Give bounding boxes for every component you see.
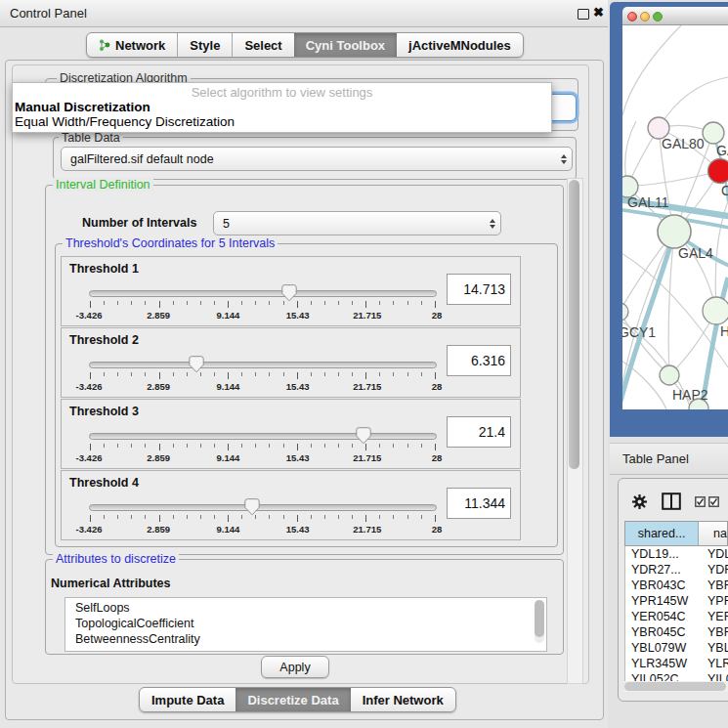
combo-stepper-icon: [485, 219, 500, 229]
zoom-traffic-light-icon[interactable]: [653, 12, 663, 21]
interval-definition-label: Interval Definition: [53, 178, 153, 192]
column-header-shared-name[interactable]: shared...: [625, 522, 699, 545]
threshold-label: Threshold 3: [69, 405, 139, 418]
tab-discretize-data[interactable]: Discretize Data: [236, 688, 350, 711]
number-of-intervals-label: Number of Intervals: [82, 216, 196, 230]
minimize-traffic-light-icon[interactable]: [640, 12, 650, 21]
tab-cyni-toolbox-label: Cyni Toolbox: [306, 38, 385, 53]
top-tab-bar: Network Style Select Cyni Toolbox jActiv…: [86, 32, 524, 58]
table-panel-titlebar: Table Panel: [610, 443, 728, 475]
node-label: GAL11: [627, 194, 669, 210]
threshold-1-slider[interactable]: [89, 290, 437, 297]
tab-discretize-data-label: Discretize Data: [247, 693, 338, 707]
control-panel-titlebar: Control Panel ✖: [0, 0, 608, 27]
control-panel: Control Panel ✖ Network Style Select Cyn…: [0, 0, 608, 728]
slider-handle[interactable]: [356, 427, 371, 445]
tab-jactivemnodules-label: jActiveMNodules: [408, 38, 511, 53]
tab-impute-data-label: Impute Data: [151, 693, 224, 707]
close-traffic-light-icon[interactable]: [627, 12, 637, 21]
tab-select-label: Select: [244, 38, 281, 53]
table-row[interactable]: YER054CYER0: [625, 609, 728, 624]
table-row[interactable]: YBL079WYBL0: [625, 640, 728, 656]
node-label: H: [720, 323, 728, 339]
tab-network[interactable]: Network: [87, 33, 177, 57]
node-table: shared... na YDL19...YDL1YDR27...YDR2YBR…: [624, 521, 728, 687]
apply-button[interactable]: Apply: [261, 656, 329, 678]
threshold-4-slider[interactable]: [89, 504, 437, 511]
node-label: GCY1: [622, 324, 656, 340]
node-red: [708, 159, 728, 184]
tab-network-label: Network: [115, 38, 165, 53]
slider-handle[interactable]: [281, 284, 297, 302]
slider-handle[interactable]: [244, 498, 260, 516]
list-item[interactable]: TopologicalCoefficient: [75, 616, 546, 631]
number-of-intervals-combobox[interactable]: 5: [213, 211, 501, 236]
table-row[interactable]: YBR045CYBR0: [625, 624, 728, 640]
node-gcy1: [622, 303, 628, 321]
table-row[interactable]: YBR043CYBR0: [625, 578, 728, 593]
table-row[interactable]: YLR345WYLR3: [625, 656, 728, 671]
tab-impute-data[interactable]: Impute Data: [140, 688, 236, 711]
table-data-label: Table Data: [59, 131, 123, 145]
network-canvas[interactable]: GAL80GACGAL11GAL4HGCY1HAP2: [622, 25, 728, 409]
threshold-2-value-field[interactable]: [447, 345, 511, 376]
tab-infer-network[interactable]: Infer Network: [351, 688, 455, 711]
threshold-4-box: Threshold 4 -3.4262.8599.14415.4321.7152…: [61, 470, 521, 540]
table-row[interactable]: YDL19...YDL1: [625, 546, 728, 562]
numerical-attributes-label: Numerical Attributes: [51, 577, 170, 590]
threshold-3-value-field[interactable]: [447, 416, 511, 448]
list-item[interactable]: BetweennessCentrality: [75, 631, 546, 647]
list-item[interactable]: SelfLoops: [75, 600, 546, 616]
threshold-2-slider[interactable]: [89, 362, 437, 368]
tab-jactivemnodules[interactable]: jActiveMNodules: [397, 33, 523, 57]
node-label: GA: [716, 143, 728, 158]
threshold-2-box: Threshold 2 -3.4262.8599.14415.4321.7152…: [61, 327, 521, 398]
algorithm-dropdown-popup: Select algorithm to view settings Manual…: [12, 82, 552, 133]
table-data-combobox[interactable]: galFiltered.sif default node: [61, 147, 573, 171]
settings-gear-icon[interactable]: [631, 493, 648, 510]
node-label: HAP2: [672, 387, 708, 403]
threshold-1-value-field[interactable]: [447, 274, 511, 305]
table-row[interactable]: YDR27...YDR2: [625, 562, 728, 578]
tab-select[interactable]: Select: [232, 33, 293, 57]
column-header-name[interactable]: na: [699, 522, 727, 545]
tab-style-label: Style: [190, 38, 220, 53]
dropdown-option-equal-width[interactable]: Equal Width/Frequency Discretization: [13, 114, 551, 129]
slider-ticks: [90, 301, 436, 309]
tab-infer-network-label: Infer Network: [363, 693, 444, 707]
slider-ticks: [90, 444, 436, 451]
node-label: GAL80: [662, 136, 705, 151]
threshold-3-box: Threshold 3 -3.4262.8599.14415.4321.7152…: [61, 399, 521, 469]
node-gal4: [658, 215, 691, 248]
combo-stepper-icon: [556, 154, 572, 164]
network-graph: [622, 25, 728, 409]
network-icon: [99, 38, 110, 52]
threshold-1-box: Threshold 1 -3.4262.8599.14415.4321.7152…: [61, 256, 521, 326]
numerical-attributes-list[interactable]: SelfLoopsTopologicalCoefficientBetweenne…: [64, 597, 547, 652]
threshold-4-value-field[interactable]: [447, 488, 511, 519]
thresholds-container: Threshold 1 -3.4262.8599.14415.4321.7152…: [61, 256, 521, 541]
list-scrollbar[interactable]: [535, 600, 544, 643]
slider-tick-labels: -3.4262.8599.14415.4321.71528: [89, 524, 437, 535]
network-window-titlebar[interactable]: [622, 7, 728, 25]
dropdown-hint: Select algorithm to view settings: [13, 85, 551, 100]
threshold-3-slider[interactable]: [89, 433, 437, 440]
table-row[interactable]: YPR145WYPR1: [625, 593, 728, 609]
table-hscrollbar[interactable]: [624, 681, 728, 692]
slider-handle[interactable]: [189, 356, 204, 373]
number-of-intervals-value: 5: [214, 217, 485, 231]
tab-cyni-toolbox[interactable]: Cyni Toolbox: [294, 33, 397, 57]
close-icon[interactable]: ✖: [593, 5, 604, 20]
slider-tick-labels: -3.4262.8599.14415.4321.71528: [89, 381, 437, 393]
tab-style[interactable]: Style: [177, 33, 232, 57]
bottom-tab-bar: Impute Data Discretize Data Infer Networ…: [139, 687, 456, 712]
split-columns-icon[interactable]: [662, 492, 681, 510]
panel-title: Control Panel: [10, 6, 87, 21]
node-label: C: [721, 183, 728, 198]
column-checkboxes-icon[interactable]: [695, 496, 719, 507]
thresholds-group-label: Threshold's Coordinates for 5 Intervals: [63, 236, 278, 250]
float-window-icon[interactable]: [578, 9, 589, 20]
dropdown-option-manual[interactable]: Manual Discretization: [13, 100, 551, 114]
slider-tick-labels: -3.4262.8599.14415.4321.71528: [89, 452, 437, 464]
panel-scrollbar-thumb[interactable]: [569, 180, 579, 469]
